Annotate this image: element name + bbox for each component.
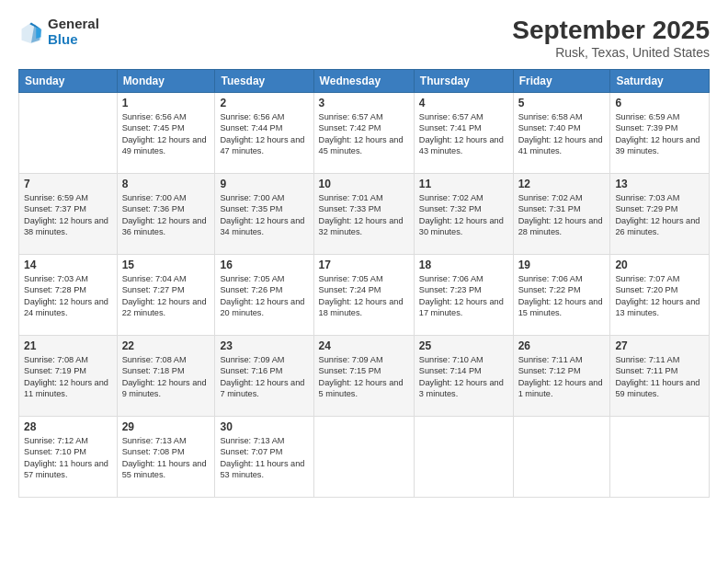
day-number: 3 <box>319 97 409 109</box>
calendar-cell: 9Sunrise: 7:00 AM Sunset: 7:35 PM Daylig… <box>215 173 313 254</box>
day-info: Sunrise: 7:12 AM Sunset: 7:10 PM Dayligh… <box>24 435 112 481</box>
calendar-weekday-wednesday: Wednesday <box>313 69 414 92</box>
day-info: Sunrise: 7:11 AM Sunset: 7:11 PM Dayligh… <box>615 354 704 400</box>
day-info: Sunrise: 7:09 AM Sunset: 7:16 PM Dayligh… <box>220 354 308 400</box>
day-number: 2 <box>220 97 308 109</box>
day-number: 23 <box>220 339 308 352</box>
day-number: 15 <box>122 259 210 271</box>
day-number: 16 <box>220 259 308 271</box>
day-number: 7 <box>24 178 112 190</box>
day-info: Sunrise: 7:11 AM Sunset: 7:12 PM Dayligh… <box>518 354 606 400</box>
day-number: 21 <box>24 339 112 352</box>
calendar-cell: 17Sunrise: 7:05 AM Sunset: 7:24 PM Dayli… <box>313 254 414 335</box>
page-title: September 2025 <box>512 17 710 45</box>
day-number: 5 <box>518 97 606 109</box>
day-info: Sunrise: 7:09 AM Sunset: 7:15 PM Dayligh… <box>319 354 409 400</box>
calendar-cell: 28Sunrise: 7:12 AM Sunset: 7:10 PM Dayli… <box>19 416 118 497</box>
svg-marker-3 <box>36 27 40 38</box>
calendar-week-2: 7Sunrise: 6:59 AM Sunset: 7:37 PM Daylig… <box>19 173 710 254</box>
calendar-cell: 19Sunrise: 7:06 AM Sunset: 7:22 PM Dayli… <box>513 254 610 335</box>
day-number: 29 <box>122 420 210 433</box>
day-info: Sunrise: 7:06 AM Sunset: 7:23 PM Dayligh… <box>419 273 508 319</box>
day-number: 8 <box>122 178 210 190</box>
calendar-cell: 24Sunrise: 7:09 AM Sunset: 7:15 PM Dayli… <box>313 335 414 416</box>
calendar-header-row: SundayMondayTuesdayWednesdayThursdayFrid… <box>19 69 710 92</box>
calendar-weekday-monday: Monday <box>117 69 215 92</box>
day-number: 9 <box>220 178 308 190</box>
calendar-cell: 4Sunrise: 6:57 AM Sunset: 7:41 PM Daylig… <box>414 92 513 173</box>
header: General Blue September 2025 Rusk, Texas,… <box>18 17 710 60</box>
calendar-cell: 18Sunrise: 7:06 AM Sunset: 7:23 PM Dayli… <box>414 254 513 335</box>
calendar-weekday-thursday: Thursday <box>414 69 513 92</box>
logo-icon <box>18 19 44 45</box>
day-info: Sunrise: 6:56 AM Sunset: 7:44 PM Dayligh… <box>220 111 308 157</box>
day-info: Sunrise: 7:13 AM Sunset: 7:07 PM Dayligh… <box>220 435 308 481</box>
calendar-cell: 21Sunrise: 7:08 AM Sunset: 7:19 PM Dayli… <box>19 335 118 416</box>
logo-blue: Blue <box>48 32 99 48</box>
calendar-cell: 11Sunrise: 7:02 AM Sunset: 7:32 PM Dayli… <box>414 173 513 254</box>
day-number: 26 <box>518 339 606 352</box>
day-info: Sunrise: 7:02 AM Sunset: 7:31 PM Dayligh… <box>518 192 606 238</box>
calendar-cell: 13Sunrise: 7:03 AM Sunset: 7:29 PM Dayli… <box>610 173 710 254</box>
calendar-cell: 16Sunrise: 7:05 AM Sunset: 7:26 PM Dayli… <box>215 254 313 335</box>
day-info: Sunrise: 6:58 AM Sunset: 7:40 PM Dayligh… <box>518 111 606 157</box>
calendar-cell: 7Sunrise: 6:59 AM Sunset: 7:37 PM Daylig… <box>19 173 118 254</box>
calendar-weekday-saturday: Saturday <box>610 69 710 92</box>
calendar-cell: 14Sunrise: 7:03 AM Sunset: 7:28 PM Dayli… <box>19 254 118 335</box>
day-info: Sunrise: 7:06 AM Sunset: 7:22 PM Dayligh… <box>518 273 606 319</box>
calendar-table: SundayMondayTuesdayWednesdayThursdayFrid… <box>18 69 710 498</box>
day-info: Sunrise: 6:57 AM Sunset: 7:41 PM Dayligh… <box>419 111 508 157</box>
calendar-cell: 27Sunrise: 7:11 AM Sunset: 7:11 PM Dayli… <box>610 335 710 416</box>
day-number: 20 <box>615 259 704 271</box>
calendar-week-5: 28Sunrise: 7:12 AM Sunset: 7:10 PM Dayli… <box>19 416 710 497</box>
calendar-cell <box>19 92 118 173</box>
calendar-cell <box>313 416 414 497</box>
logo-text: General Blue <box>48 17 99 47</box>
calendar-weekday-tuesday: Tuesday <box>215 69 313 92</box>
calendar-cell <box>414 416 513 497</box>
calendar-cell: 25Sunrise: 7:10 AM Sunset: 7:14 PM Dayli… <box>414 335 513 416</box>
day-number: 12 <box>518 178 606 190</box>
calendar-cell: 5Sunrise: 6:58 AM Sunset: 7:40 PM Daylig… <box>513 92 610 173</box>
calendar-cell: 3Sunrise: 6:57 AM Sunset: 7:42 PM Daylig… <box>313 92 414 173</box>
calendar-cell: 1Sunrise: 6:56 AM Sunset: 7:45 PM Daylig… <box>117 92 215 173</box>
calendar-weekday-friday: Friday <box>513 69 610 92</box>
day-info: Sunrise: 7:03 AM Sunset: 7:29 PM Dayligh… <box>615 192 704 238</box>
calendar-cell: 15Sunrise: 7:04 AM Sunset: 7:27 PM Dayli… <box>117 254 215 335</box>
calendar-cell: 12Sunrise: 7:02 AM Sunset: 7:31 PM Dayli… <box>513 173 610 254</box>
logo-general: General <box>48 17 99 32</box>
day-number: 11 <box>419 178 508 190</box>
calendar-week-3: 14Sunrise: 7:03 AM Sunset: 7:28 PM Dayli… <box>19 254 710 335</box>
calendar-cell: 22Sunrise: 7:08 AM Sunset: 7:18 PM Dayli… <box>117 335 215 416</box>
day-number: 30 <box>220 420 308 433</box>
day-number: 1 <box>122 97 210 109</box>
day-info: Sunrise: 7:03 AM Sunset: 7:28 PM Dayligh… <box>24 273 112 319</box>
day-info: Sunrise: 7:05 AM Sunset: 7:26 PM Dayligh… <box>220 273 308 319</box>
day-number: 13 <box>615 178 704 190</box>
day-number: 6 <box>615 97 704 109</box>
day-number: 19 <box>518 259 606 271</box>
day-info: Sunrise: 7:07 AM Sunset: 7:20 PM Dayligh… <box>615 273 704 319</box>
title-block: September 2025 Rusk, Texas, United State… <box>512 17 710 60</box>
calendar-cell: 30Sunrise: 7:13 AM Sunset: 7:07 PM Dayli… <box>215 416 313 497</box>
calendar-cell: 6Sunrise: 6:59 AM Sunset: 7:39 PM Daylig… <box>610 92 710 173</box>
day-number: 25 <box>419 339 508 352</box>
calendar-week-4: 21Sunrise: 7:08 AM Sunset: 7:19 PM Dayli… <box>19 335 710 416</box>
day-info: Sunrise: 7:08 AM Sunset: 7:19 PM Dayligh… <box>24 354 112 400</box>
day-number: 27 <box>615 339 704 352</box>
calendar-cell: 8Sunrise: 7:00 AM Sunset: 7:36 PM Daylig… <box>117 173 215 254</box>
day-number: 14 <box>24 259 112 271</box>
day-info: Sunrise: 7:00 AM Sunset: 7:35 PM Dayligh… <box>220 192 308 238</box>
day-number: 28 <box>24 420 112 433</box>
day-number: 18 <box>419 259 508 271</box>
page-subtitle: Rusk, Texas, United States <box>512 45 710 60</box>
calendar-cell: 2Sunrise: 6:56 AM Sunset: 7:44 PM Daylig… <box>215 92 313 173</box>
logo: General Blue <box>18 17 99 47</box>
day-info: Sunrise: 7:02 AM Sunset: 7:32 PM Dayligh… <box>419 192 508 238</box>
calendar-cell: 23Sunrise: 7:09 AM Sunset: 7:16 PM Dayli… <box>215 335 313 416</box>
calendar-cell <box>610 416 710 497</box>
day-info: Sunrise: 6:59 AM Sunset: 7:39 PM Dayligh… <box>615 111 704 157</box>
day-number: 22 <box>122 339 210 352</box>
day-info: Sunrise: 7:01 AM Sunset: 7:33 PM Dayligh… <box>319 192 409 238</box>
page: General Blue September 2025 Rusk, Texas,… <box>0 0 728 563</box>
